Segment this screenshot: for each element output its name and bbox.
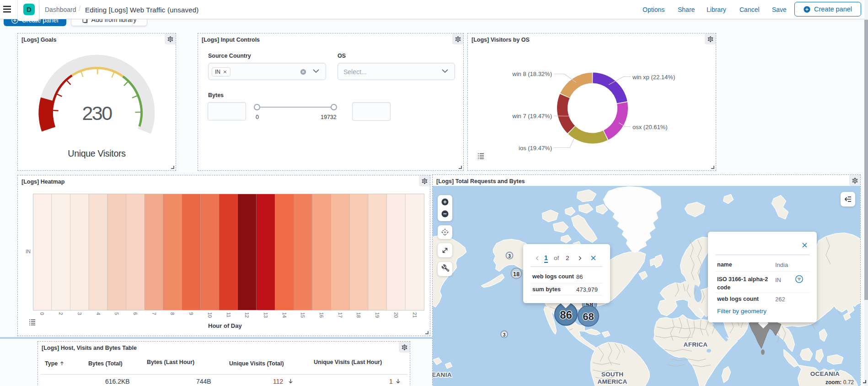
svg-text:3: 3 — [508, 254, 511, 259]
svg-text:EANIA: EANIA — [433, 371, 452, 378]
svg-text:win 8 (18.32%): win 8 (18.32%) — [512, 71, 552, 77]
svg-text:SOUTH: SOUTH — [601, 371, 624, 378]
svg-text:osx (20.61%): osx (20.61%) — [632, 124, 668, 130]
svg-text:AFRICA: AFRICA — [684, 341, 708, 348]
svg-text:win 7 (19.47%): win 7 (19.47%) — [512, 113, 552, 120]
svg-text:3: 3 — [503, 332, 506, 337]
svg-text:win xp (22.14%): win xp (22.14%) — [632, 74, 675, 81]
svg-text:OCEANIA: OCEANIA — [810, 370, 840, 377]
svg-text:AMERICA: AMERICA — [597, 378, 627, 385]
svg-text:86: 86 — [560, 309, 572, 321]
svg-text:ios (19.47%): ios (19.47%) — [519, 145, 552, 152]
svg-text:68: 68 — [583, 311, 594, 322]
svg-text:18: 18 — [513, 271, 520, 277]
